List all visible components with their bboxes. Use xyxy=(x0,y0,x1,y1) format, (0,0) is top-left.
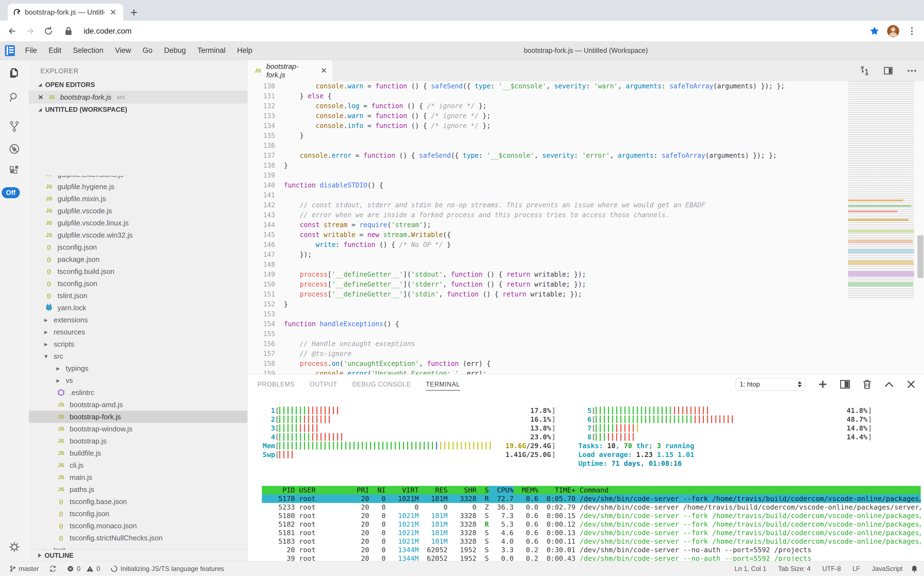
url-field[interactable]: ide.coder.com xyxy=(84,27,862,35)
close-icon[interactable]: × xyxy=(38,92,43,102)
code-editor[interactable]: 130 console.warn = function () { safeSen… xyxy=(247,81,924,374)
menu-edit[interactable]: Edit xyxy=(43,46,67,55)
code-line[interactable]: 158 process.on('uncaughtException', func… xyxy=(247,359,924,369)
file-tree-item[interactable]: JSbootstrap-fork.js xyxy=(29,411,247,423)
source-control-icon[interactable] xyxy=(8,120,21,133)
back-icon[interactable] xyxy=(6,26,18,37)
explorer-icon[interactable] xyxy=(8,67,21,79)
kill-terminal-icon[interactable] xyxy=(862,379,872,390)
code-line[interactable]: 135 } xyxy=(247,131,924,141)
panel-tab-terminal[interactable]: TERMINAL xyxy=(426,375,460,394)
code-line[interactable]: 147 }); xyxy=(247,250,924,259)
terminal[interactable]: 1[17.8%]2[16.1%]3[13.8%]4[23.0%]Mem[19.6… xyxy=(247,394,924,561)
status-message[interactable]: Initializing JS/TS language features xyxy=(107,565,227,572)
sync-item[interactable] xyxy=(46,565,60,572)
code-line[interactable]: 148 xyxy=(247,259,924,269)
menu-file[interactable]: File xyxy=(19,46,43,55)
split-terminal-icon[interactable] xyxy=(840,379,850,389)
code-line[interactable]: 154function handleExceptions() { xyxy=(247,319,924,329)
file-tree-item[interactable]: ▸typings xyxy=(29,362,247,374)
debug-off-icon[interactable] xyxy=(8,143,21,155)
section-open-editors[interactable]: OPEN EDITORS xyxy=(29,79,247,91)
code-line[interactable]: 153 xyxy=(247,309,924,319)
avatar[interactable] xyxy=(887,25,899,37)
code-line[interactable]: 131 } else { xyxy=(247,91,924,101)
maximize-panel-icon[interactable] xyxy=(884,380,894,388)
search-icon[interactable] xyxy=(8,91,21,103)
file-tree-item[interactable]: JSbootstrap-window.js xyxy=(29,423,247,435)
status-item[interactable]: Tab Size: 4 xyxy=(775,565,814,572)
file-tree-item[interactable]: {}tslint.json xyxy=(29,290,247,302)
file-tree-item[interactable]: .eslintrc xyxy=(29,387,247,399)
code-line[interactable]: 151 process['__defineGetter__']('stdin',… xyxy=(247,289,924,299)
split-editor-icon[interactable] xyxy=(883,65,894,76)
section-workspace[interactable]: UNTITLED (WORKSPACE) xyxy=(29,103,247,116)
file-tree-item[interactable]: ▸extensions xyxy=(29,314,247,326)
file-tree-item[interactable]: JSgulpfile.vscode.win32.js xyxy=(29,229,247,241)
menu-selection[interactable]: Selection xyxy=(67,46,109,55)
open-editor-item[interactable]: × JS bootstrap-fork.js src xyxy=(29,91,247,103)
file-tree-item[interactable]: ▾src xyxy=(29,350,247,362)
file-tree-item[interactable]: JSmain.js xyxy=(29,471,247,484)
code-line[interactable]: 140function disableSTDIO() { xyxy=(247,180,924,190)
code-line[interactable]: 138} xyxy=(247,161,924,171)
file-tree-item[interactable]: JSgulpfile.vscode.js xyxy=(29,205,247,217)
menu-go[interactable]: Go xyxy=(137,46,158,55)
forward-icon[interactable] xyxy=(25,26,36,37)
file-tree-item[interactable]: JSgulpfile.hygiene.js xyxy=(29,181,247,193)
status-item[interactable]: JavaScript xyxy=(868,565,906,572)
file-tree-item[interactable]: {}tsconfig.build.json xyxy=(29,265,247,277)
file-tree-item[interactable]: yarn.lock xyxy=(29,302,247,314)
code-line[interactable]: 134 console.info = function () { /* igno… xyxy=(247,121,924,131)
file-tree-item[interactable]: ▸vs xyxy=(29,374,247,387)
code-line[interactable]: 157 // @ts-ignore xyxy=(247,349,924,359)
new-terminal-icon[interactable] xyxy=(818,379,828,389)
extensions-icon[interactable] xyxy=(8,164,21,177)
file-tree-item[interactable]: ▸test xyxy=(29,544,247,550)
code-line[interactable]: 137 console.error = function () { safeSe… xyxy=(247,151,924,161)
code-line[interactable]: 136 xyxy=(247,141,924,151)
file-tree-item[interactable]: JSbuildfile.js xyxy=(29,447,247,459)
browser-tab[interactable]: bootstrap-fork.js — Untitled (V ✕ xyxy=(8,3,123,21)
code-line[interactable]: 152} xyxy=(247,299,924,309)
status-item[interactable]: UTF-8 xyxy=(819,565,844,572)
menu-terminal[interactable]: Terminal xyxy=(192,46,231,55)
settings-gear-icon[interactable] xyxy=(8,541,21,553)
file-tree-item[interactable]: ▸scripts xyxy=(29,338,247,350)
code-line[interactable]: 143 // error when we are inside a forked… xyxy=(247,210,924,220)
file-tree-item[interactable]: JSbootstrap-amd.js xyxy=(29,399,247,411)
file-tree-item[interactable]: {}tsconfig.base.json xyxy=(29,495,247,508)
file-tree-item[interactable]: JSgulpfile.mixin.js xyxy=(29,193,247,205)
file-tree-item[interactable]: JSbootstrap.js xyxy=(29,435,247,447)
close-panel-icon[interactable] xyxy=(906,380,916,389)
file-tree-item[interactable]: {}tsconfig.json xyxy=(29,277,247,290)
minimap[interactable] xyxy=(846,81,916,301)
file-tree-item[interactable]: ▸resources xyxy=(29,326,247,338)
git-branch-item[interactable]: master xyxy=(6,565,42,572)
bookmark-star-icon[interactable] xyxy=(869,26,880,37)
more-actions-icon[interactable] xyxy=(906,65,918,76)
code-line[interactable]: 159 console.error('Uncaught Exception: '… xyxy=(247,369,924,374)
status-item[interactable]: LF xyxy=(849,565,863,572)
code-line[interactable]: 133 console.warn = function () { /* igno… xyxy=(247,111,924,121)
browser-menu-icon[interactable] xyxy=(906,26,918,37)
file-tree-item[interactable]: {}jsconfig.json xyxy=(29,241,247,253)
editor-tab[interactable]: JS bootstrap-fork.js ✕ xyxy=(247,60,333,81)
file-tree-item[interactable]: {}tsconfig.monaco.json xyxy=(29,520,247,532)
panel-tab-problems[interactable]: PROBLEMS xyxy=(257,375,295,394)
file-tree-item[interactable]: JSpaths.js xyxy=(29,484,247,495)
code-line[interactable]: 139 xyxy=(247,171,924,180)
code-line[interactable]: 142 // const stdout, stderr and stdin be… xyxy=(247,200,924,210)
code-line[interactable]: 150 process['__defineGetter__']('stderr'… xyxy=(247,279,924,289)
code-line[interactable]: 156 // Handle uncaught exceptions xyxy=(247,339,924,349)
code-line[interactable]: 145 const writable = new stream.Writable… xyxy=(247,230,924,240)
file-tree-item[interactable]: JScli.js xyxy=(29,459,247,471)
file-tree-item[interactable]: JSgulpfile.vscode.linux.js xyxy=(29,217,247,229)
code-line[interactable]: 141 xyxy=(247,190,924,200)
section-outline[interactable]: OUTLINE xyxy=(29,550,247,561)
terminal-select[interactable]: 1: htop xyxy=(736,378,806,391)
bell-icon[interactable] xyxy=(911,565,918,572)
code-line[interactable]: 146 write: function () { /* No OP */ } xyxy=(247,240,924,250)
code-line[interactable]: 155 xyxy=(247,329,924,339)
panel-tab-output[interactable]: OUTPUT xyxy=(310,375,337,394)
